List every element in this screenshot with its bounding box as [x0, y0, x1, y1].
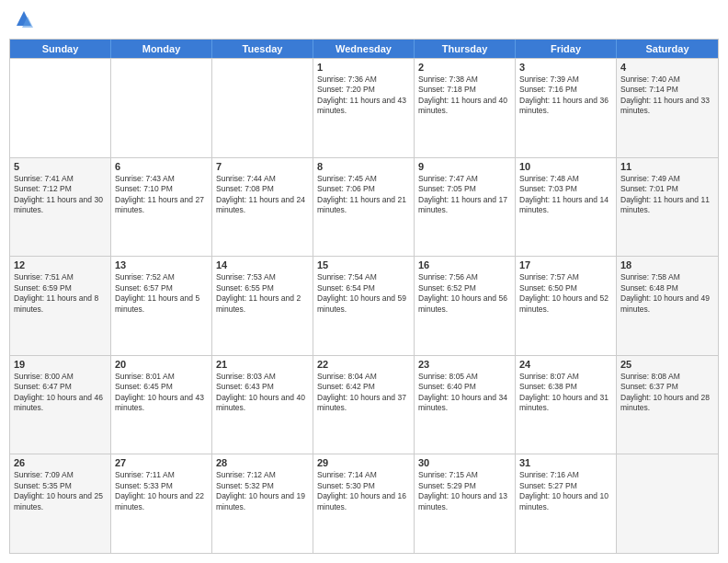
header-day-wednesday: Wednesday [313, 40, 415, 58]
calendar-cell: 13Sunrise: 7:52 AM Sunset: 6:57 PM Dayli… [111, 257, 212, 355]
calendar-cell: 9Sunrise: 7:47 AM Sunset: 7:05 PM Daylig… [415, 158, 516, 257]
cell-sun-info: Sunrise: 7:38 AM Sunset: 7:18 PM Dayligh… [418, 75, 511, 117]
day-number: 12 [14, 259, 107, 270]
calendar-cell: 12Sunrise: 7:51 AM Sunset: 6:59 PM Dayli… [10, 257, 111, 355]
cell-sun-info: Sunrise: 7:16 AM Sunset: 5:27 PM Dayligh… [519, 470, 612, 512]
day-number: 29 [317, 457, 410, 468]
day-number: 10 [519, 161, 612, 172]
calendar-cell: 24Sunrise: 8:07 AM Sunset: 6:38 PM Dayli… [516, 356, 617, 454]
calendar-cell: 19Sunrise: 8:00 AM Sunset: 6:47 PM Dayli… [10, 356, 111, 454]
day-number: 17 [519, 259, 612, 270]
header-day-thursday: Thursday [415, 40, 516, 58]
day-number: 13 [115, 259, 208, 270]
day-number: 15 [317, 259, 410, 270]
calendar-cell: 22Sunrise: 8:04 AM Sunset: 6:42 PM Dayli… [313, 356, 415, 454]
day-number: 20 [115, 359, 208, 370]
logo [13, 9, 39, 31]
cell-sun-info: Sunrise: 7:43 AM Sunset: 7:10 PM Dayligh… [115, 174, 208, 216]
calendar-cell: 10Sunrise: 7:48 AM Sunset: 7:03 PM Dayli… [516, 158, 617, 257]
cell-sun-info: Sunrise: 8:01 AM Sunset: 6:45 PM Dayligh… [115, 372, 208, 414]
logo-icon [13, 9, 35, 31]
header-day-monday: Monday [111, 40, 212, 58]
day-number: 26 [14, 457, 107, 468]
day-number: 16 [418, 259, 511, 270]
day-number: 3 [519, 62, 612, 73]
cell-sun-info: Sunrise: 7:41 AM Sunset: 7:12 PM Dayligh… [14, 174, 107, 216]
cell-sun-info: Sunrise: 8:00 AM Sunset: 6:47 PM Dayligh… [14, 372, 107, 414]
day-number: 4 [620, 62, 714, 73]
calendar-cell: 18Sunrise: 7:58 AM Sunset: 6:48 PM Dayli… [617, 257, 718, 355]
calendar-cell [617, 454, 718, 553]
cell-sun-info: Sunrise: 7:54 AM Sunset: 6:54 PM Dayligh… [317, 272, 410, 315]
day-number: 25 [620, 359, 714, 370]
calendar-cell: 25Sunrise: 8:08 AM Sunset: 6:37 PM Dayli… [617, 356, 718, 454]
cell-sun-info: Sunrise: 8:04 AM Sunset: 6:42 PM Dayligh… [317, 372, 410, 414]
cell-sun-info: Sunrise: 7:39 AM Sunset: 7:16 PM Dayligh… [519, 75, 612, 117]
calendar-cell: 27Sunrise: 7:11 AM Sunset: 5:33 PM Dayli… [111, 454, 212, 553]
day-number: 31 [519, 457, 612, 468]
calendar-row-5: 26Sunrise: 7:09 AM Sunset: 5:35 PM Dayli… [10, 454, 718, 553]
day-number: 9 [418, 161, 511, 172]
cell-sun-info: Sunrise: 7:57 AM Sunset: 6:50 PM Dayligh… [519, 272, 612, 315]
cell-sun-info: Sunrise: 7:11 AM Sunset: 5:33 PM Dayligh… [115, 470, 208, 512]
cell-sun-info: Sunrise: 7:58 AM Sunset: 6:48 PM Dayligh… [620, 272, 714, 315]
cell-sun-info: Sunrise: 7:14 AM Sunset: 5:30 PM Dayligh… [317, 470, 410, 512]
calendar-cell: 7Sunrise: 7:44 AM Sunset: 7:08 PM Daylig… [212, 158, 313, 257]
calendar-row-2: 5Sunrise: 7:41 AM Sunset: 7:12 PM Daylig… [10, 157, 718, 257]
cell-sun-info: Sunrise: 7:49 AM Sunset: 7:01 PM Dayligh… [620, 174, 714, 216]
day-number: 28 [216, 457, 309, 468]
day-number: 8 [317, 161, 410, 172]
calendar-cell: 21Sunrise: 8:03 AM Sunset: 6:43 PM Dayli… [212, 356, 313, 454]
cell-sun-info: Sunrise: 7:51 AM Sunset: 6:59 PM Dayligh… [14, 272, 107, 315]
calendar-header: SundayMondayTuesdayWednesdayThursdayFrid… [10, 40, 718, 58]
day-number: 24 [519, 359, 612, 370]
cell-sun-info: Sunrise: 7:44 AM Sunset: 7:08 PM Dayligh… [216, 174, 309, 216]
calendar-cell: 3Sunrise: 7:39 AM Sunset: 7:16 PM Daylig… [516, 59, 617, 157]
calendar-cell: 26Sunrise: 7:09 AM Sunset: 5:35 PM Dayli… [10, 454, 111, 553]
calendar-cell: 20Sunrise: 8:01 AM Sunset: 6:45 PM Dayli… [111, 356, 212, 454]
cell-sun-info: Sunrise: 7:52 AM Sunset: 6:57 PM Dayligh… [115, 272, 208, 315]
cell-sun-info: Sunrise: 8:03 AM Sunset: 6:43 PM Dayligh… [216, 372, 309, 414]
header [9, 9, 719, 31]
cell-sun-info: Sunrise: 7:53 AM Sunset: 6:55 PM Dayligh… [216, 272, 309, 315]
calendar-cell [111, 59, 212, 157]
cell-sun-info: Sunrise: 7:36 AM Sunset: 7:20 PM Dayligh… [317, 75, 410, 117]
cell-sun-info: Sunrise: 8:08 AM Sunset: 6:37 PM Dayligh… [620, 372, 714, 414]
cell-sun-info: Sunrise: 7:40 AM Sunset: 7:14 PM Dayligh… [620, 75, 714, 117]
day-number: 19 [14, 359, 107, 370]
calendar-row-1: 1Sunrise: 7:36 AM Sunset: 7:20 PM Daylig… [10, 58, 718, 157]
cell-sun-info: Sunrise: 7:09 AM Sunset: 5:35 PM Dayligh… [14, 470, 107, 512]
day-number: 23 [418, 359, 511, 370]
calendar-cell: 23Sunrise: 8:05 AM Sunset: 6:40 PM Dayli… [415, 356, 516, 454]
day-number: 11 [620, 161, 714, 172]
day-number: 6 [115, 161, 208, 172]
cell-sun-info: Sunrise: 7:48 AM Sunset: 7:03 PM Dayligh… [519, 174, 612, 216]
calendar-cell: 29Sunrise: 7:14 AM Sunset: 5:30 PM Dayli… [313, 454, 415, 553]
calendar-cell [10, 59, 111, 157]
calendar-cell: 8Sunrise: 7:45 AM Sunset: 7:06 PM Daylig… [313, 158, 415, 257]
day-number: 22 [317, 359, 410, 370]
calendar-cell: 14Sunrise: 7:53 AM Sunset: 6:55 PM Dayli… [212, 257, 313, 355]
header-day-saturday: Saturday [617, 40, 718, 58]
cell-sun-info: Sunrise: 7:12 AM Sunset: 5:32 PM Dayligh… [216, 470, 309, 512]
calendar-body: 1Sunrise: 7:36 AM Sunset: 7:20 PM Daylig… [10, 58, 718, 553]
calendar: SundayMondayTuesdayWednesdayThursdayFrid… [9, 39, 719, 554]
calendar-cell: 17Sunrise: 7:57 AM Sunset: 6:50 PM Dayli… [516, 257, 617, 355]
header-day-friday: Friday [516, 40, 617, 58]
cell-sun-info: Sunrise: 8:07 AM Sunset: 6:38 PM Dayligh… [519, 372, 612, 414]
calendar-cell: 16Sunrise: 7:56 AM Sunset: 6:52 PM Dayli… [415, 257, 516, 355]
day-number: 5 [14, 161, 107, 172]
calendar-cell: 28Sunrise: 7:12 AM Sunset: 5:32 PM Dayli… [212, 454, 313, 553]
header-day-sunday: Sunday [10, 40, 111, 58]
calendar-cell: 15Sunrise: 7:54 AM Sunset: 6:54 PM Dayli… [313, 257, 415, 355]
cell-sun-info: Sunrise: 7:47 AM Sunset: 7:05 PM Dayligh… [418, 174, 511, 216]
calendar-page: SundayMondayTuesdayWednesdayThursdayFrid… [0, 0, 728, 563]
header-day-tuesday: Tuesday [212, 40, 313, 58]
day-number: 1 [317, 62, 410, 73]
calendar-cell: 2Sunrise: 7:38 AM Sunset: 7:18 PM Daylig… [415, 59, 516, 157]
cell-sun-info: Sunrise: 7:56 AM Sunset: 6:52 PM Dayligh… [418, 272, 511, 315]
calendar-row-3: 12Sunrise: 7:51 AM Sunset: 6:59 PM Dayli… [10, 256, 718, 355]
calendar-cell [212, 59, 313, 157]
calendar-cell: 5Sunrise: 7:41 AM Sunset: 7:12 PM Daylig… [10, 158, 111, 257]
calendar-cell: 4Sunrise: 7:40 AM Sunset: 7:14 PM Daylig… [617, 59, 718, 157]
